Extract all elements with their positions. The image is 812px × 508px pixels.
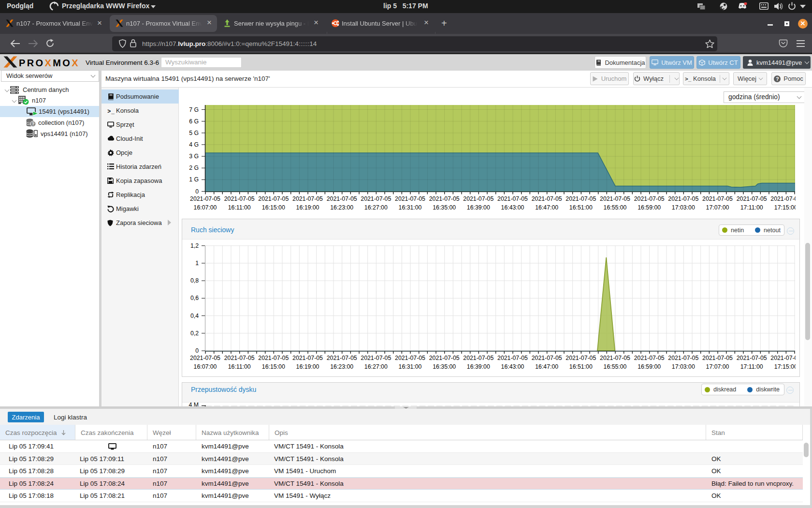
svg-text:2021-07-05: 2021-07-05 (668, 195, 698, 202)
svg-text:0,4: 0,4 (190, 313, 199, 319)
svg-text:17:11:00: 17:11:00 (740, 363, 763, 370)
svg-text:6 G: 6 G (189, 118, 199, 125)
svg-text:16:31:00: 16:31:00 (399, 204, 422, 211)
svg-text:2021-07-05: 2021-07-05 (361, 355, 391, 361)
svg-text:4 G: 4 G (189, 141, 199, 148)
svg-text:16:07:00: 16:07:00 (194, 204, 217, 211)
svg-text:1: 1 (195, 260, 199, 267)
svg-text:17:07:00: 17:07:00 (706, 204, 729, 211)
svg-text:2021-07-05: 2021-07-05 (224, 195, 255, 202)
svg-text:2021-07-05: 2021-07-05 (600, 195, 630, 202)
svg-text:16:39:00: 16:39:00 (467, 363, 490, 370)
svg-text:2021-07-05: 2021-07-05 (327, 355, 357, 361)
svg-text:2021-07-05: 2021-07-05 (770, 195, 796, 202)
svg-text:2021-07-05: 2021-07-05 (737, 355, 767, 361)
svg-text:2021-07-05: 2021-07-05 (429, 355, 460, 361)
svg-text:16:35:00: 16:35:00 (433, 363, 456, 370)
svg-text:16:55:00: 16:55:00 (604, 363, 627, 370)
svg-text:16:19:00: 16:19:00 (296, 363, 319, 370)
svg-text:0,2: 0,2 (190, 330, 199, 337)
svg-text:16:51:00: 16:51:00 (569, 204, 593, 211)
svg-text:2021-07-05: 2021-07-05 (702, 195, 733, 202)
svg-text:2021-07-05: 2021-07-05 (327, 195, 357, 202)
svg-text:16:55:00: 16:55:00 (604, 204, 627, 211)
svg-text:16:23:00: 16:23:00 (330, 204, 353, 211)
svg-text:16:27:00: 16:27:00 (364, 204, 388, 211)
svg-text:17:03:00: 17:03:00 (672, 204, 695, 211)
svg-text:16:23:00: 16:23:00 (330, 363, 353, 370)
svg-text:2021-07-05: 2021-07-05 (361, 195, 391, 202)
svg-text:0,6: 0,6 (190, 295, 199, 301)
svg-text:16:19:00: 16:19:00 (296, 204, 319, 211)
svg-text:2021-07-05: 2021-07-05 (702, 355, 733, 361)
svg-text:16:35:00: 16:35:00 (433, 204, 456, 211)
svg-text:2021-07-05: 2021-07-05 (463, 355, 493, 361)
svg-text:17:11:00: 17:11:00 (740, 204, 763, 211)
svg-text:2021-07-05: 2021-07-05 (737, 195, 767, 202)
svg-text:2021-07-05: 2021-07-05 (668, 355, 698, 361)
svg-text:17:15:00: 17:15:00 (774, 363, 796, 370)
svg-text:16:51:00: 16:51:00 (569, 363, 593, 370)
svg-text:2021-07-05: 2021-07-05 (463, 195, 493, 202)
svg-text:?: ? (32, 121, 34, 126)
svg-text:2021-07-05: 2021-07-05 (532, 355, 562, 361)
svg-text:1,2: 1,2 (190, 242, 199, 249)
svg-text:17:07:00: 17:07:00 (706, 363, 729, 370)
svg-text:2021-07-05: 2021-07-05 (395, 355, 425, 361)
svg-text:17:03:00: 17:03:00 (672, 363, 695, 370)
svg-text:17:15:00: 17:15:00 (774, 204, 796, 211)
svg-text:16:11:00: 16:11:00 (228, 363, 251, 370)
svg-text:16:07:00: 16:07:00 (194, 363, 217, 370)
svg-text:2021-07-05: 2021-07-05 (600, 355, 630, 361)
svg-text:2021-07-05: 2021-07-05 (190, 195, 220, 202)
svg-text:16:39:00: 16:39:00 (467, 204, 490, 211)
svg-text:7 G: 7 G (189, 106, 199, 113)
svg-text:2021-07-05: 2021-07-05 (532, 195, 562, 202)
svg-text:2021-07-05: 2021-07-05 (634, 355, 665, 361)
svg-text:2021-07-05: 2021-07-05 (224, 355, 255, 361)
svg-text:2021-07-05: 2021-07-05 (292, 195, 323, 202)
svg-text:16:43:00: 16:43:00 (501, 363, 524, 370)
svg-text:16:59:00: 16:59:00 (638, 204, 661, 211)
svg-text:2021-07-05: 2021-07-05 (497, 355, 528, 361)
svg-text:2021-07-05: 2021-07-05 (292, 355, 323, 361)
svg-text:0: 0 (195, 347, 199, 354)
svg-text:2021-07-05: 2021-07-05 (395, 195, 425, 202)
svg-text:16:43:00: 16:43:00 (501, 204, 524, 211)
svg-text:16:59:00: 16:59:00 (638, 363, 661, 370)
svg-text:2021-07-05: 2021-07-05 (566, 195, 596, 202)
svg-text:16:47:00: 16:47:00 (535, 204, 558, 211)
svg-text:2021-07-05: 2021-07-05 (190, 355, 220, 361)
svg-text:16:27:00: 16:27:00 (364, 363, 388, 370)
svg-text:16:15:00: 16:15:00 (262, 363, 285, 370)
svg-text:0: 0 (195, 188, 199, 195)
svg-text:2021-07-05: 2021-07-05 (258, 195, 289, 202)
svg-text:16:47:00: 16:47:00 (535, 363, 558, 370)
svg-text:2021-07-05: 2021-07-05 (429, 195, 460, 202)
svg-text:5 G: 5 G (189, 130, 199, 136)
svg-text:1 G: 1 G (189, 176, 199, 183)
svg-text:16:31:00: 16:31:00 (399, 363, 422, 370)
svg-text:2021-07-05: 2021-07-05 (634, 195, 665, 202)
svg-text:2021-07-05: 2021-07-05 (566, 355, 596, 361)
svg-text:16:15:00: 16:15:00 (262, 204, 285, 211)
svg-text:2021-07-05: 2021-07-05 (497, 195, 528, 202)
svg-text:16:11:00: 16:11:00 (228, 204, 251, 211)
svg-text:0,8: 0,8 (190, 277, 199, 284)
svg-text:2 G: 2 G (189, 164, 199, 171)
svg-text:2021-07-05: 2021-07-05 (770, 355, 796, 361)
svg-text:3 G: 3 G (189, 153, 199, 160)
svg-text:2021-07-05: 2021-07-05 (258, 355, 289, 361)
